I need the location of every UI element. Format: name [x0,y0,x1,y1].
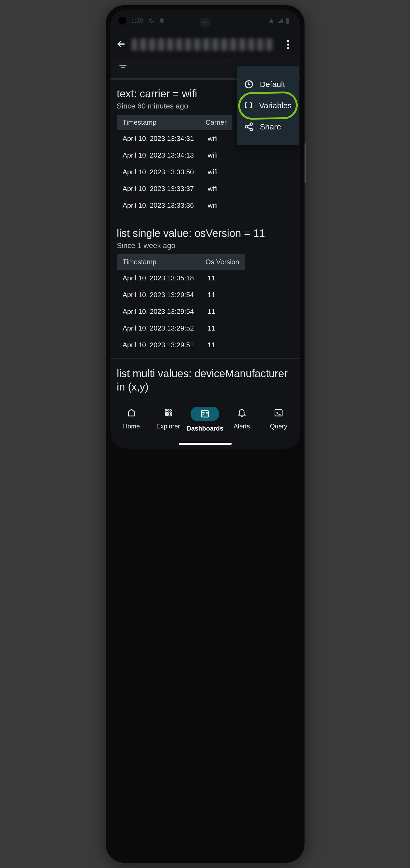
terminal-icon [270,407,287,419]
svg-point-6 [170,410,171,411]
camera-hole [118,17,127,25]
widget-table: Timestamp Carrier April 10, 2023 13:34:3… [117,115,232,214]
nav-home[interactable]: Home [113,407,150,430]
nav-label: Alerts [234,423,250,430]
table-row: April 10, 2023 13:29:5111 [117,337,245,353]
menu-item-label: Default [260,80,285,89]
nav-label: Explorer [157,423,180,430]
dashboard-widget: list single value: osVersion = 11 Since … [110,219,300,358]
phone-screen: 1:39 [110,10,300,448]
svg-point-1 [250,123,252,125]
table-header-row: Timestamp Os Version [117,254,245,270]
page-title [132,38,274,51]
home-icon [123,407,140,419]
menu-item-label: Variables [259,101,292,110]
svg-point-9 [170,412,171,413]
overflow-menu: Default Variables Share [237,66,299,145]
status-bar: 1:39 [110,10,300,31]
svg-point-2 [245,126,247,128]
menu-item-share[interactable]: Share [237,116,299,137]
overflow-menu-button[interactable] [284,37,292,52]
svg-rect-14 [275,410,282,416]
widget-table: Timestamp Os Version April 10, 2023 13:3… [117,254,245,353]
column-header: Carrier [200,115,232,130]
svg-point-11 [168,414,169,416]
gesture-bar[interactable] [179,443,232,445]
svg-point-3 [250,128,252,131]
cellular-icon [277,18,283,23]
battery-icon [286,18,289,24]
shield-icon [159,18,165,24]
nav-label: Dashboards [186,425,224,432]
table-header-row: Timestamp Carrier [117,115,232,130]
back-button[interactable] [116,39,127,51]
svg-point-4 [165,410,167,411]
nav-label: Home [123,423,140,430]
bottom-nav: Home Explorer Dashboards Alerts [110,401,300,443]
column-header: Timestamp [117,254,200,270]
phone-side-button [305,143,306,183]
svg-point-5 [168,410,169,411]
svg-point-12 [170,414,171,416]
menu-item-variables[interactable]: Variables [237,95,299,116]
menu-item-label: Share [260,122,281,131]
column-header: Os Version [200,254,245,270]
dashboard-widget: list multi values: deviceManufacturer in… [110,358,300,394]
wifi-icon [269,18,274,23]
svg-point-7 [165,412,167,413]
dashboard-content: Default Variables Share text: carrier = … [110,79,300,401]
status-time: 1:39 [131,17,144,24]
table-row: April 10, 2023 13:35:1811 [117,270,245,286]
bell-icon [234,407,250,419]
table-row: April 10, 2023 13:29:5411 [117,286,245,303]
nav-explorer[interactable]: Explorer [150,407,186,430]
gear-icon [148,18,154,24]
svg-point-8 [168,412,169,413]
table-row: April 10, 2023 13:33:37wifi [117,180,232,197]
phone-frame: 1:39 [106,5,305,863]
table-row: April 10, 2023 13:34:13wifi [117,147,232,164]
sensor-pill [200,18,211,27]
column-header: Timestamp [117,115,200,130]
table-row: April 10, 2023 13:29:5411 [117,303,245,320]
table-row: April 10, 2023 13:29:5211 [117,320,245,337]
dashboard-icon [191,407,219,421]
widget-subtitle: Since 1 week ago [117,241,294,250]
widget-title: list multi values: deviceManufacturer in… [117,367,294,394]
table-row: April 10, 2023 13:33:36wifi [117,197,232,214]
menu-item-default[interactable]: Default [237,74,299,95]
table-row: April 10, 2023 13:34:31wifi [117,130,232,147]
nav-alerts[interactable]: Alerts [224,407,260,430]
svg-point-10 [165,414,167,416]
widget-title: list single value: osVersion = 11 [117,227,294,239]
app-bar [110,31,300,58]
nav-dashboards[interactable]: Dashboards [186,407,224,432]
table-row: April 10, 2023 13:33:50wifi [117,164,232,180]
nav-label: Query [270,423,287,430]
grid-icon [160,407,176,419]
nav-query[interactable]: Query [260,407,297,430]
filter-icon[interactable] [118,63,128,73]
